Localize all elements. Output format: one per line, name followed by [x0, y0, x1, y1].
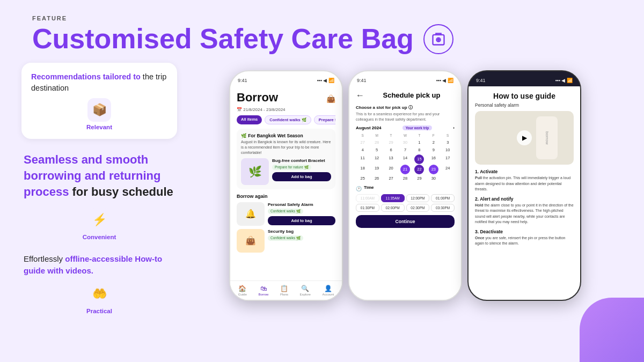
tag-all-items[interactable]: All items: [237, 115, 262, 124]
item3-row: 👜 Security bag Confident walks 🌿: [237, 229, 335, 253]
slot-1100am[interactable]: 11:00AM: [356, 194, 379, 202]
item1-badge: Prepare for nature 🌿: [272, 165, 311, 170]
nav-plans-label: Plans: [280, 293, 288, 296]
step1-title: 1. Activate: [475, 169, 574, 174]
offline-highlight: offline-accessible How-to guide with vid…: [24, 254, 162, 275]
bottom-nav: 🏠 Guide 🛍 Borrow 📋 Plans 🔍 Explore: [230, 280, 342, 300]
phone-borrow: 9:41 ▪▪▪ ◀ 📶 Borrow 👜 📅 21/8/2024 - 23/8…: [229, 70, 343, 301]
phone-schedule: 9:41 ▪▪▪ ◀ 📶 ← Schedule pick up Choose a…: [348, 70, 462, 301]
offline-text: Effortlessly offline-accessible How-to g…: [24, 253, 175, 277]
borrow-date: 📅 21/8/2024 - 23/8/2024: [237, 107, 335, 112]
step3-desc: Once you are safe, reinsert the pin or p…: [475, 235, 574, 247]
cal-next[interactable]: ›: [453, 125, 455, 130]
corner-decoration: [580, 298, 644, 362]
phone1-screen: Borrow 👜 📅 21/8/2024 - 23/8/2024 All ite…: [230, 86, 342, 300]
schedule-screen-content: ← Schedule pick up Choose a slot for pic…: [349, 86, 461, 232]
item2-badge: Confident walks 🌿: [268, 209, 303, 214]
nav-explore[interactable]: 🔍 Explore: [300, 285, 311, 296]
guide-screen-content: How to use guide Personal safety alarm b…: [469, 86, 580, 256]
borrow-again-label: Borrow again: [237, 194, 335, 199]
back-arrow[interactable]: ←: [356, 91, 364, 100]
time-section: 🕐 Time 11:00AM 11:35AM 12:00PM 01:00PM 0…: [356, 185, 455, 212]
explore-nav-icon: 🔍: [301, 285, 309, 292]
slot-0100pm[interactable]: 01:00PM: [431, 194, 455, 202]
bag-icon: 📦: [87, 98, 111, 122]
borrow-title: Borrow: [237, 91, 278, 105]
play-button[interactable]: ▶: [517, 130, 532, 145]
nav-guide-label: Guide: [238, 293, 247, 296]
nav-account[interactable]: 👤 Account: [322, 285, 334, 296]
nav-plans[interactable]: 📋 Plans: [280, 285, 288, 296]
slot-0330pm[interactable]: 03:30PM: [431, 204, 455, 212]
seamless-text: Seamless and smooth borrowing and return…: [24, 149, 175, 203]
guide-step-3: 3. Deactivate Once you are safe, reinser…: [475, 229, 574, 247]
slot-0230pm[interactable]: 02:30PM: [406, 204, 430, 212]
phone3-status: ▪▪▪ ◀ 📶: [555, 78, 573, 83]
phone2-time: 9:41: [357, 78, 367, 83]
recommendations-text: Recommendations tailored to the trip des…: [31, 71, 167, 94]
item2-row: 🔔 Personal Safety Alarm Confident walks …: [237, 202, 335, 226]
left-column: Recommendations tailored to the trip des…: [21, 60, 177, 352]
tag-confident[interactable]: Confident walks 🌿: [265, 115, 311, 124]
nav-borrow[interactable]: 🛍 Borrow: [258, 285, 268, 296]
calendar-header: August 2024 Your work trip ›: [356, 125, 455, 130]
relevant-icon-row: 📦 Relevant: [31, 98, 167, 130]
item2-img: 🔔: [237, 202, 265, 226]
slot-1200pm[interactable]: 12:00PM: [406, 194, 430, 202]
account-nav-icon: 👤: [324, 285, 332, 292]
season-desc: August in Bangkok is known for its wild …: [241, 139, 331, 155]
item1-name: Bug-free comfort Bracelet: [272, 158, 331, 163]
feature-label: FEATURE: [32, 15, 612, 21]
practical-icon-row: 🤲 Practical: [24, 282, 175, 314]
guide-title: How to use guide: [475, 92, 574, 100]
borrow-tags: All items Confident walks 🌿 Prepare for: [237, 115, 335, 124]
header: FEATURE Customised Safety Care Bag: [0, 0, 644, 60]
seamless-highlight: Seamless and smooth borrowing and return…: [24, 153, 160, 198]
season-card: 🌿 For Bangkok Wet Season August in Bangk…: [237, 129, 335, 189]
phone3-time: 9:41: [476, 78, 486, 83]
item1-info: Bug-free comfort Bracelet Prepare for na…: [272, 158, 331, 181]
zap-icon: ⚡: [87, 208, 111, 232]
item3-info: Security bag Confident walks 🌿: [268, 229, 335, 243]
trip-badge: Your work trip: [402, 125, 433, 130]
time-label: Time: [364, 185, 374, 190]
slot-0130pm[interactable]: 01:30PM: [356, 204, 379, 212]
main-title: Customised Safety Care Bag: [32, 24, 612, 54]
slot-0200pm[interactable]: 02:00PM: [381, 204, 405, 212]
phone2-topbar: 9:41 ▪▪▪ ◀ 📶: [349, 71, 461, 86]
content-area: Recommendations tailored to the trip des…: [0, 60, 644, 352]
item2-add-btn[interactable]: Add to bag: [268, 216, 335, 225]
step2-title: 2. Alert and notify: [475, 196, 574, 202]
phone1-time: 9:41: [238, 78, 247, 83]
step3-title: 3. Deactivate: [475, 229, 574, 234]
relevant-label: Relevant: [86, 124, 112, 130]
plans-nav-icon: 📋: [280, 285, 288, 292]
offline-card: Effortlessly offline-accessible How-to g…: [21, 250, 177, 317]
guide-step-2: 2. Alert and notify Hold the alarm close…: [475, 196, 574, 225]
season-title: 🌿 For Bangkok Wet Season: [241, 133, 331, 138]
continue-btn[interactable]: Continue: [356, 215, 455, 228]
clock-icon: 🕐: [356, 186, 362, 191]
title-text: Customised Safety Care Bag: [32, 24, 414, 54]
item2-name: Personal Safety Alarm: [268, 202, 335, 207]
phone-guide: 9:41 ▪▪▪ ◀ 📶 How to use guide Personal s…: [467, 70, 581, 301]
guide-video[interactable]: borrow ▶: [475, 111, 574, 165]
guide-nav-icon: 🏠: [238, 285, 246, 292]
phone3-topbar: 9:41 ▪▪▪ ◀ 📶: [469, 71, 580, 86]
item1-row: 🌿 Bug-free comfort Bracelet Prepare for …: [241, 158, 331, 185]
item3-img: 👜: [237, 229, 265, 253]
borrow-bag-icon: 👜: [326, 94, 335, 103]
nav-guide[interactable]: 🏠 Guide: [238, 285, 247, 296]
phone1-status: ▪▪▪ ◀ 📶: [317, 78, 334, 83]
tag-prepare[interactable]: Prepare for: [314, 115, 335, 124]
borrow-screen-content: Borrow 👜 📅 21/8/2024 - 23/8/2024 All ite…: [230, 86, 342, 260]
item2-info: Personal Safety Alarm Confident walks 🌿 …: [268, 202, 335, 225]
item3-badge: Confident walks 🌿: [268, 235, 303, 241]
time-slots-row2: 01:30PM 02:00PM 02:30PM 03:30PM: [356, 204, 455, 212]
slot-1135am[interactable]: 11:35AM: [381, 194, 405, 202]
step2-desc: Hold the alarm close to you or point it …: [475, 203, 574, 225]
item1-add-btn[interactable]: Add to bag: [272, 172, 331, 181]
title-icon: [423, 24, 453, 54]
phone2-screen: ← Schedule pick up Choose a slot for pic…: [349, 86, 461, 300]
practical-label: Practical: [86, 308, 112, 314]
